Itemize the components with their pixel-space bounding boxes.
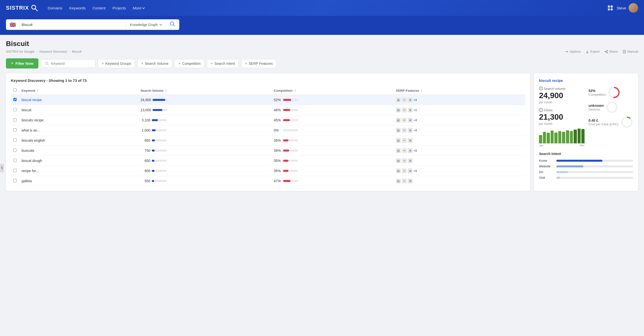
row-checkbox[interactable] (14, 98, 16, 101)
row-serp: ▤✂⊞ (393, 136, 525, 146)
grid-icon[interactable] (608, 5, 613, 10)
col-serp: SERP-Features ? (393, 87, 525, 95)
table-row[interactable]: galleta 550 47% ▤✂⊞ (11, 176, 525, 186)
competition-value: 52% (588, 89, 606, 93)
country-flag[interactable]: 🇬🇧 (6, 22, 19, 28)
nav-user: Steve (617, 3, 638, 13)
row-checkbox[interactable] (14, 139, 16, 142)
detail-keyword[interactable]: biscuit recipe (539, 78, 633, 83)
filter-search[interactable] (41, 59, 95, 68)
row-checkbox[interactable] (14, 159, 16, 162)
intent-label: Know (539, 159, 554, 163)
filter-now-button[interactable]: + Filter Now (6, 58, 38, 68)
nav-domains[interactable]: Domains (48, 6, 62, 10)
chart-bar (539, 135, 542, 143)
table-row[interactable]: biscuit dough 650 35% ▤✂⊞ (11, 156, 525, 166)
row-keyword[interactable]: recipe for... (19, 166, 138, 176)
options-button[interactable]: Options (565, 50, 580, 53)
chart-bar (550, 131, 554, 143)
keyword-filter-input[interactable] (51, 62, 91, 65)
detail-metrics-left: ∅ Search volume 24,900 per month ∅ Click… (539, 87, 584, 147)
svg-line-10 (606, 51, 607, 51)
intent-bar (556, 171, 633, 173)
search-type-selector[interactable]: Knowledge Graph (126, 23, 166, 27)
cpc-metric: 0.40 £ Cost per Click (CPC) (588, 116, 633, 128)
sv-sub: per month (539, 101, 584, 104)
filter-serp-features[interactable]: + SERP Features (241, 59, 276, 68)
search-button[interactable] (166, 21, 179, 28)
competition-label: Competition (588, 93, 606, 96)
row-checkbox[interactable] (14, 149, 16, 152)
nav-keywords[interactable]: Keywords (69, 6, 86, 10)
row-checkbox[interactable] (14, 108, 16, 111)
row-comp: 0% (271, 125, 393, 136)
row-serp: ▤✂⊞+2 (393, 146, 525, 156)
search-input[interactable] (20, 19, 126, 30)
table-row[interactable]: biscuit 13,000 46% ▤✂⊞+1 (11, 105, 525, 115)
sidebar-toggle[interactable] (0, 164, 4, 172)
row-keyword[interactable]: biscuits recipe (19, 115, 138, 125)
breadcrumb-item-0[interactable]: SISTRIX for Google (6, 50, 34, 53)
manual-button[interactable]: Manual (623, 50, 638, 53)
filter-search-volume[interactable]: + Search Volume (138, 59, 172, 68)
logo[interactable]: SISTRIX (6, 4, 38, 11)
table-row[interactable]: biscuit recipe 24,900 52% ▤✂⊞+3 (11, 95, 525, 105)
detail-panel: biscuit recipe ∅ Search volume 24,900 pe… (534, 73, 638, 191)
search-bar: 🇬🇧 Knowledge Graph (6, 19, 179, 30)
table-row[interactable]: biscuits recipe 3,100 45% ▤✂⊞+3 (11, 115, 525, 125)
row-serp: ▤✂⊞+3 (393, 95, 525, 105)
row-serp: ▤✂⊞+3 (393, 166, 525, 176)
search-bar-area: 🇬🇧 Knowledge Graph (0, 16, 644, 35)
filter-search-intent[interactable]: + Search Intent (207, 59, 239, 68)
row-comp: 45% (271, 115, 393, 125)
nav-more[interactable]: More (133, 6, 144, 10)
cpc-label: Cost per Click (CPC) (588, 122, 618, 126)
col-comp: Competition ? (271, 87, 393, 95)
row-keyword[interactable]: biscuit dough (19, 156, 138, 166)
avatar[interactable] (629, 3, 638, 13)
row-checkbox[interactable] (14, 179, 16, 182)
export-button[interactable]: Export (586, 50, 600, 53)
filter-bar: + Filter Now + Keyword Groups + Search V… (6, 58, 638, 68)
chart-bar (581, 129, 584, 143)
search-type-chevron (159, 23, 162, 25)
share-button[interactable]: Share (604, 50, 618, 53)
row-keyword[interactable]: biscuits english (19, 136, 138, 146)
row-keyword[interactable]: biscuit recipe (19, 95, 138, 105)
row-sv: 1,000 (138, 125, 271, 136)
filter-keyword-groups[interactable]: + Keyword Groups (98, 59, 135, 68)
page-title: Biscuit (6, 40, 638, 48)
nav-projects[interactable]: Projects (112, 6, 126, 10)
row-keyword[interactable]: galleta (19, 176, 138, 186)
svg-line-16 (48, 64, 48, 65)
cpc-gauge (621, 116, 633, 128)
table-row[interactable]: biscuits english 850 35% ▤✂⊞ (11, 136, 525, 146)
svg-point-9 (607, 52, 608, 53)
filter-competition[interactable]: + Competition (174, 59, 204, 68)
cpc-value: 0.40 £ (588, 118, 618, 122)
row-checkbox[interactable] (14, 169, 16, 172)
detail-metrics-right: 52% Competition unknown Devices (588, 87, 633, 128)
row-sv: 3,100 (138, 115, 271, 125)
search-type-label: Knowledge Graph (130, 23, 158, 27)
chart-labels: Jan Dec (539, 144, 584, 147)
row-checkbox[interactable] (14, 118, 16, 121)
row-keyword[interactable]: biscuit (19, 105, 138, 115)
row-keyword[interactable]: what is an... (19, 125, 138, 136)
breadcrumb-item-1[interactable]: Keyword Discovery (40, 50, 67, 53)
breadcrumb-item-2: Biscuit (72, 50, 82, 53)
devices-label: Devices (588, 108, 604, 111)
row-checkbox[interactable] (14, 128, 16, 132)
row-sv: 850 (138, 136, 271, 146)
row-keyword[interactable]: buscuits (19, 146, 138, 156)
svg-point-7 (607, 50, 608, 51)
table-row[interactable]: buscuits 750 39% ▤✂⊞+2 (11, 146, 525, 156)
table-row[interactable]: what is an... 1,000 0% ▤✂⊞+3 (11, 125, 525, 136)
row-comp: 35% (271, 166, 393, 176)
breadcrumb-actions: Options Export Share Manual (565, 50, 638, 53)
row-sv: 550 (138, 176, 271, 186)
table-row[interactable]: recipe for... 650 35% ▤✂⊞+3 (11, 166, 525, 176)
nav-content[interactable]: Content (93, 6, 106, 10)
select-all-checkbox[interactable] (14, 89, 16, 92)
row-serp: ▤✂⊞ (393, 176, 525, 186)
